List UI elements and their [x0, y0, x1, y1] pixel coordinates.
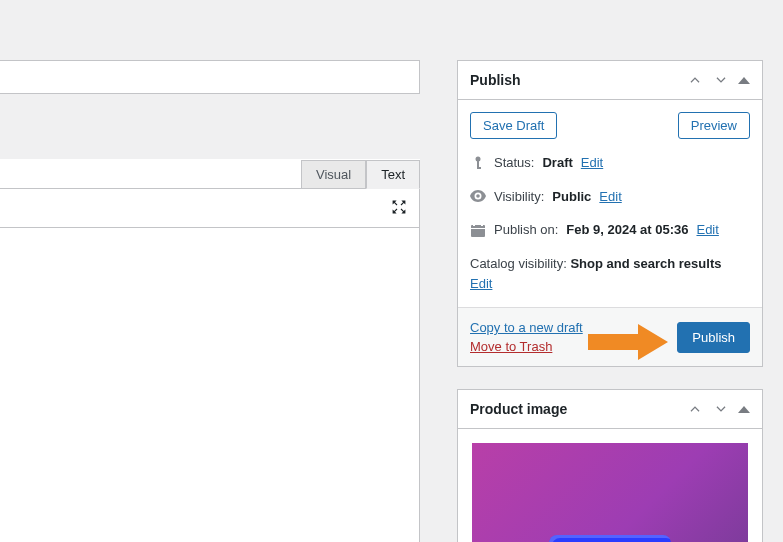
product-image-metabox: Product image	[457, 389, 763, 542]
status-value: Draft	[542, 153, 572, 173]
svg-rect-2	[477, 167, 481, 169]
publish-title: Publish	[470, 72, 521, 88]
catalog-edit-link[interactable]: Edit	[470, 276, 492, 291]
calendar-icon	[470, 223, 486, 237]
visibility-label: Visibility:	[494, 187, 544, 207]
tab-visual[interactable]: Visual	[301, 160, 366, 189]
catalog-label: Catalog visibility:	[470, 256, 567, 271]
chevron-up-icon[interactable]	[686, 400, 704, 418]
preview-button[interactable]: Preview	[678, 112, 750, 139]
publish-header: Publish	[458, 61, 762, 100]
svg-rect-4	[471, 225, 485, 237]
product-image-title: Product image	[470, 401, 567, 417]
toggle-panel-icon[interactable]	[738, 77, 750, 84]
copy-draft-link[interactable]: Copy to a new draft	[470, 320, 583, 335]
eye-icon	[470, 190, 486, 202]
visibility-edit-link[interactable]: Edit	[599, 187, 621, 207]
visibility-value: Public	[552, 187, 591, 207]
arrow-annotation-icon	[588, 324, 668, 360]
chevron-down-icon[interactable]	[712, 400, 730, 418]
product-title-input[interactable]	[0, 60, 420, 94]
save-draft-button[interactable]: Save Draft	[470, 112, 557, 139]
chevron-up-icon[interactable]	[686, 71, 704, 89]
editor-toolbar	[0, 188, 420, 228]
publish-button[interactable]: Publish	[677, 322, 750, 353]
svg-point-3	[476, 194, 480, 198]
chevron-down-icon[interactable]	[712, 71, 730, 89]
product-image-header: Product image	[458, 390, 762, 429]
key-icon	[470, 156, 486, 170]
publish-on-edit-link[interactable]: Edit	[696, 220, 718, 240]
fullscreen-icon[interactable]	[391, 199, 407, 218]
svg-rect-7	[471, 228, 485, 229]
tab-text[interactable]: Text	[366, 160, 420, 189]
svg-rect-5	[473, 223, 475, 226]
status-label: Status:	[494, 153, 534, 173]
toggle-panel-icon[interactable]	[738, 406, 750, 413]
move-to-trash-link[interactable]: Move to Trash	[470, 339, 583, 354]
editor-tabs: Visual Text	[0, 159, 420, 188]
publish-on-label: Publish on:	[494, 220, 558, 240]
publish-on-value: Feb 9, 2024 at 05:36	[566, 220, 688, 240]
svg-rect-6	[481, 223, 483, 226]
catalog-value: Shop and search results	[570, 256, 721, 271]
svg-marker-8	[588, 324, 668, 360]
content-editor: Visual Text	[0, 159, 420, 542]
editor-textarea[interactable]	[0, 228, 420, 542]
svg-point-0	[476, 156, 481, 161]
status-edit-link[interactable]: Edit	[581, 153, 603, 173]
publish-metabox: Publish Save Draft Preview Status: Draft…	[457, 60, 763, 367]
product-image-thumbnail[interactable]	[472, 443, 748, 542]
